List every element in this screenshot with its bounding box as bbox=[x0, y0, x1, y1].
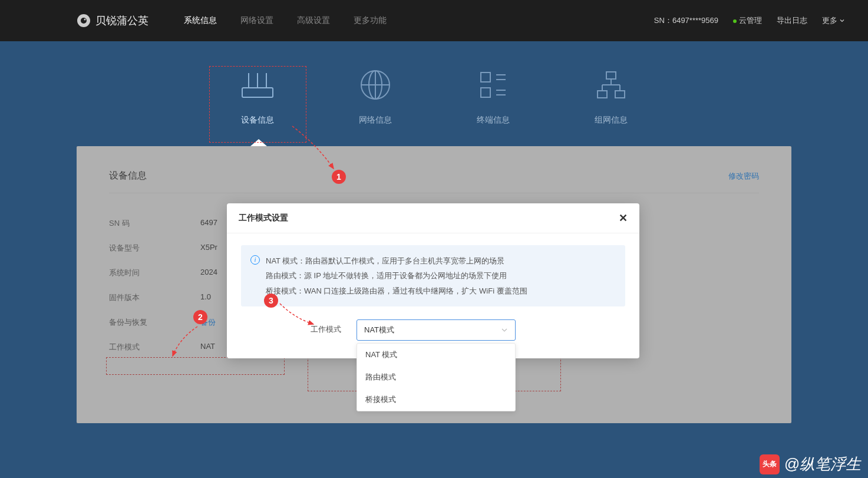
option-nat[interactable]: NAT 模式 bbox=[357, 344, 515, 366]
top-nav: 贝锐蒲公英 系统信息 网络设置 高级设置 更多功能 SN：6497****956… bbox=[0, 0, 868, 41]
svg-rect-19 bbox=[615, 91, 625, 98]
toutiao-logo-icon: 头条 bbox=[760, 454, 780, 474]
workmode-label: 工作模式 bbox=[311, 319, 341, 335]
card-label: 设备信息 bbox=[241, 115, 274, 126]
panel-pointer bbox=[250, 139, 267, 146]
info-nat-text: NAT 模式：路由器默认工作模式，应用于多台主机共享宽带上网的场景 bbox=[266, 253, 527, 268]
globe-icon bbox=[358, 68, 393, 102]
annotation-badge-1: 1 bbox=[332, 170, 346, 184]
option-route[interactable]: 路由模式 bbox=[357, 366, 515, 388]
watermark: 头条 @纵笔浮生 bbox=[760, 454, 861, 474]
svg-point-2 bbox=[84, 19, 86, 21]
card-label: 终端信息 bbox=[477, 115, 510, 126]
card-terminal-info[interactable]: 终端信息 bbox=[476, 68, 511, 126]
card-device-info[interactable]: 设备信息 bbox=[240, 68, 275, 126]
modal-title: 工作模式设置 bbox=[239, 213, 288, 223]
option-bridge[interactable]: 桥接模式 bbox=[357, 388, 515, 411]
cloud-manage-link[interactable]: 云管理 bbox=[733, 15, 762, 26]
annotation-badge-3: 3 bbox=[264, 294, 278, 308]
svg-rect-6 bbox=[242, 88, 273, 97]
card-label: 组网信息 bbox=[595, 115, 628, 126]
sn-display: SN：6497****9569 bbox=[654, 15, 718, 26]
network-tree-icon bbox=[593, 68, 629, 102]
router-icon bbox=[240, 68, 275, 102]
info-icon: i bbox=[250, 255, 260, 265]
info-bridge-text: 桥接模式：WAN 口连接上级路由器，通过有线中继网络，扩大 WiFi 覆盖范围 bbox=[266, 283, 527, 298]
svg-rect-12 bbox=[481, 88, 490, 97]
nav-network-settings[interactable]: 网络设置 bbox=[240, 15, 273, 26]
main-nav: 系统信息 网络设置 高级设置 更多功能 bbox=[184, 15, 387, 26]
watermark-author: @纵笔浮生 bbox=[784, 454, 861, 474]
close-icon[interactable]: ✕ bbox=[619, 212, 628, 225]
workmode-modal: 工作模式设置 ✕ i NAT 模式：路由器默认工作模式，应用于多台主机共享宽带上… bbox=[227, 203, 639, 358]
grid-icon bbox=[476, 68, 511, 102]
annotation-badge-2: 2 bbox=[193, 310, 207, 324]
brand-logo: 贝锐蒲公英 bbox=[77, 14, 148, 28]
svg-rect-18 bbox=[598, 91, 607, 98]
workmode-dropdown: NAT 模式 路由模式 桥接模式 bbox=[357, 343, 516, 411]
select-value: NAT模式 bbox=[364, 325, 394, 335]
topbar-right: SN：6497****9569 云管理 导出日志 更多 bbox=[654, 15, 844, 26]
card-group-info[interactable]: 组网信息 bbox=[593, 68, 629, 126]
chevron-down-icon bbox=[840, 18, 844, 23]
svg-point-1 bbox=[81, 18, 87, 24]
card-network-info[interactable]: 网络信息 bbox=[358, 68, 393, 126]
export-log-link[interactable]: 导出日志 bbox=[777, 15, 807, 26]
info-cards-row: 设备信息 网络信息 终端信息 组网信息 bbox=[0, 41, 868, 146]
status-dot-icon bbox=[733, 19, 737, 23]
workmode-select[interactable]: NAT模式 bbox=[357, 319, 516, 341]
brand-text: 贝锐蒲公英 bbox=[95, 14, 148, 28]
svg-rect-11 bbox=[481, 72, 490, 82]
dandelion-icon bbox=[77, 14, 91, 28]
info-route-text: 路由模式：源 IP 地址不做转换，适用于设备都为公网地址的场景下使用 bbox=[266, 268, 527, 283]
mode-info-banner: i NAT 模式：路由器默认工作模式，应用于多台主机共享宽带上网的场景 路由模式… bbox=[241, 245, 625, 306]
nav-advanced-settings[interactable]: 高级设置 bbox=[297, 15, 330, 26]
card-label: 网络信息 bbox=[359, 115, 392, 126]
nav-more-functions[interactable]: 更多功能 bbox=[354, 15, 387, 26]
svg-rect-17 bbox=[606, 72, 616, 79]
more-dropdown[interactable]: 更多 bbox=[822, 15, 844, 26]
nav-system-info[interactable]: 系统信息 bbox=[184, 15, 217, 26]
chevron-down-icon bbox=[501, 327, 508, 334]
